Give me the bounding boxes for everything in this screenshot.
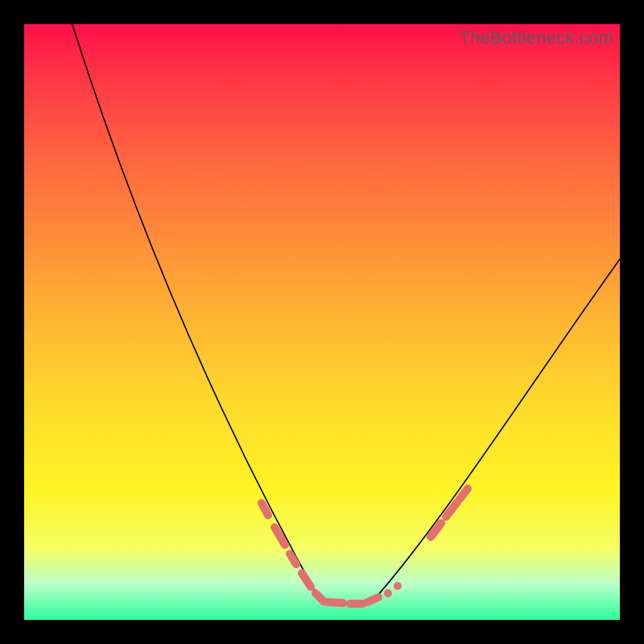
svg-line-0 bbox=[262, 503, 268, 515]
plot-area: TheBottleneck.com bbox=[24, 24, 620, 620]
curve-left bbox=[68, 24, 322, 604]
svg-line-4 bbox=[316, 593, 324, 601]
curve-right bbox=[370, 254, 620, 604]
pink-dashes-bottom bbox=[327, 597, 378, 604]
chart-svg bbox=[24, 24, 620, 620]
pink-dashes-left bbox=[262, 503, 324, 601]
svg-line-11 bbox=[446, 502, 457, 517]
chart-frame: TheBottleneck.com bbox=[0, 0, 644, 644]
svg-point-9 bbox=[394, 582, 402, 590]
svg-point-8 bbox=[384, 589, 392, 597]
pink-dashes-right bbox=[431, 489, 468, 537]
svg-line-12 bbox=[460, 489, 468, 499]
svg-line-10 bbox=[431, 523, 441, 537]
svg-line-3 bbox=[302, 573, 311, 587]
svg-line-7 bbox=[367, 597, 378, 602]
svg-line-5 bbox=[327, 602, 343, 603]
svg-line-1 bbox=[275, 527, 285, 545]
svg-line-2 bbox=[290, 554, 296, 564]
